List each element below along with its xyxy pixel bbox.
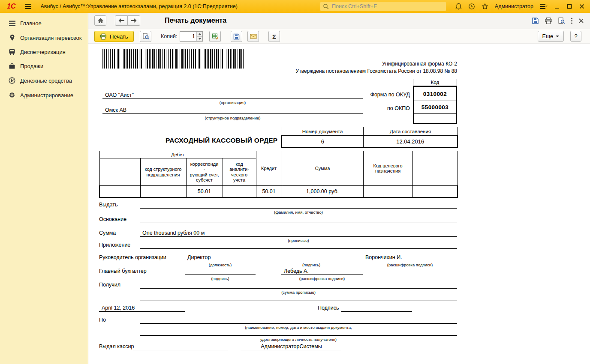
codes-box: 0310002 55000003 [413,86,457,124]
ruble-coin-icon [9,77,15,84]
cashier-name-line: АдминистраторСистемы [241,343,341,350]
table-cell [223,186,256,197]
history-icon[interactable] [468,3,475,10]
accountant-label: Главный бухгалтер [99,268,147,274]
head-position-line: Директор [185,254,256,261]
target-code-header: Код целевого назначения [363,151,412,186]
cashier-label: Выдал кассир [99,343,134,349]
empty-subheader [99,158,140,186]
table-cell [99,186,140,197]
corr-account-value: 50.01 [186,186,223,197]
struct-code-header: код структурного подразделения [140,158,186,186]
accountant-sign-caption: (подпись) [185,276,256,281]
doc-info-table: Номер документа Дата составления 6 12.04… [281,127,458,148]
issue-label: Выдать [99,202,118,208]
head-sign-caption: (подпись) [281,263,341,267]
current-user[interactable]: Администратор [495,3,533,9]
barcode [102,49,245,69]
accounting-table: Дебет Кредит Сумма Код целевого назначен… [99,151,458,198]
received-label: Получил [99,282,120,288]
basis-line [140,216,457,223]
sidebar-item-main[interactable]: Главное [0,16,88,30]
titlebar: 1С Авибус / Авибус™:Управление автовокза… [0,0,590,13]
close-window-icon[interactable] [579,3,585,9]
by-line [140,316,457,324]
search-icon [323,3,329,9]
location-pin-icon [9,34,15,41]
by-label: По [99,317,106,323]
basis-label: Основание [99,216,126,222]
table-cell [363,186,412,197]
head-name-line: Ворончихин И. [363,254,457,261]
received-line [140,281,457,289]
sidebar-item-label: Администрирование [20,92,73,98]
favorites-star-icon[interactable] [482,3,488,10]
signature-line [341,304,412,312]
sidebar-item-administration[interactable]: Администрирование [0,88,88,102]
form-note-line1: Унифицированная форма КО-2 [286,60,457,68]
cashier-sign-line [133,343,228,350]
amount-words-line: One thousand рубля 00 м [140,230,457,237]
okpo-value: 55000003 [414,101,456,114]
sidebar-item-sales[interactable]: Продажи [0,59,88,73]
main-area: Печать документа Печать [88,13,590,364]
division-line: Омск АВ [102,107,363,114]
head-sign-line [281,254,341,261]
section-sidebar: Главное Организация перевозок Диспетчери… [0,13,88,364]
doc-date-header: Дата составления [363,127,458,136]
maximize-icon[interactable] [566,3,572,9]
empty-header [412,151,458,186]
gear-icon [9,92,15,98]
by-caption2: удостоверяющего личность получателя) [140,337,457,342]
amount-header: Сумма [282,151,363,186]
sidebar-item-label: Продажи [20,63,43,69]
minimize-icon[interactable] [554,3,560,9]
accountant-name-line: Лебедь А. [281,268,363,275]
1c-logo: 1С [7,3,15,10]
print-preview-document: Унифицированная форма КО-2 Утверждена по… [88,13,590,364]
sidebar-item-money[interactable]: Денежные средства [0,73,88,88]
date-line: April 12, 2016 [99,304,185,312]
app-title: Авибус / Авибус™:Управление автовокзалам… [40,3,238,9]
debit-header: Дебет [99,151,256,158]
briefcase-icon [9,63,15,69]
notifications-bell-icon[interactable] [455,3,462,10]
sidebar-item-label: Главное [20,20,42,27]
corr-account-header: корреспонди - рующий счет, субсчет [186,158,223,186]
accountant-name-caption: (расшифровка подписи) [281,276,363,281]
form-note-line2: Утверждена постановлением Госкомстата Ро… [286,68,457,75]
head-name-caption: (расшифровка подписи) [363,263,457,267]
document-title: РАСХОДНЫЙ КАССОВЫЙ ОРДЕР [166,137,278,144]
division-caption: (структурное подразделение) [102,116,363,120]
issue-caption: (фамилия, имя, отчество) [140,210,457,215]
credit-value: 50.01 [256,186,282,197]
doc-date-value: 12.04.2016 [363,136,458,147]
doc-number-header: Номер документа [282,127,363,136]
sidebar-item-transport-org[interactable]: Организация перевозок [0,30,88,45]
okud-value: 0310002 [414,87,456,101]
service-menu-icon[interactable] [540,3,548,9]
search-input[interactable] [331,3,440,10]
signature-label: Подпись [318,305,339,311]
sidebar-item-label: Диспетчеризация [20,49,66,55]
received-continuation-line [140,294,457,301]
issue-line [140,201,457,209]
organization-line: ОАО "Аист" [102,92,363,99]
sidebar-item-dispatch[interactable]: Диспетчеризация [0,45,88,59]
sidebar-item-label: Денежные средства [20,78,72,84]
analytic-code-header: код аналити- ческого учета [223,158,256,186]
global-search [320,2,446,11]
accountant-sign-line [185,268,256,275]
code-header-cell: Код [413,79,457,86]
credit-header: Кредит [256,151,282,186]
main-menu-icon[interactable] [25,3,32,9]
bus-icon [9,49,15,55]
head-position-caption: (должность) [185,263,256,267]
table-cell [412,186,458,197]
attachment-line [140,242,457,249]
by-line2 [140,328,457,336]
form-note: Унифицированная форма КО-2 Утверждена по… [286,60,457,75]
menu-icon [9,21,15,26]
head-label: Руководитель организации [99,254,166,260]
attachment-label: Приложение [99,242,130,248]
